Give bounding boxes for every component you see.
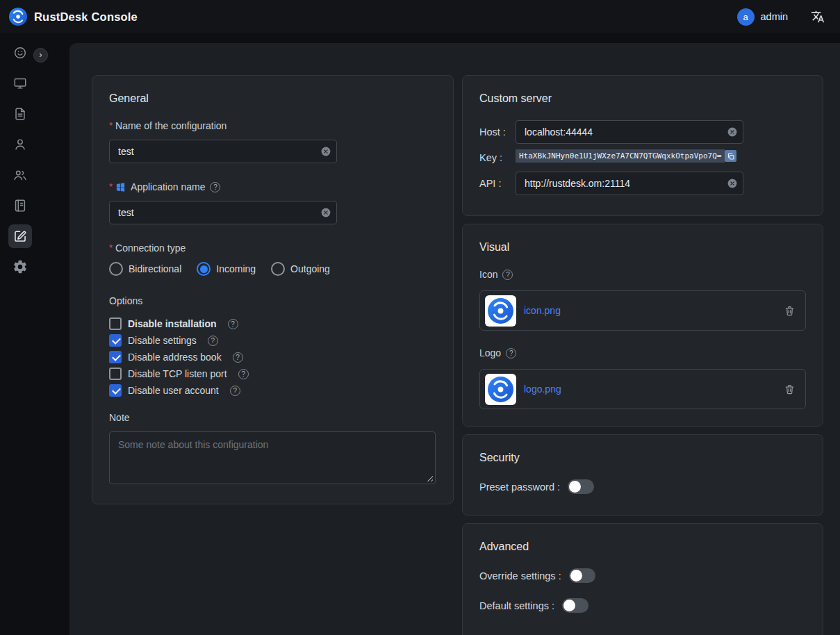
windows-icon	[115, 182, 126, 192]
delete-icon[interactable]	[784, 305, 796, 317]
api-field	[516, 172, 743, 195]
checkbox-disable-installation[interactable]: Disable installation ?	[109, 318, 436, 330]
override-settings-label: Override settings :	[479, 570, 561, 582]
host-label: Host :	[479, 126, 516, 138]
radio-incoming[interactable]: Incoming	[197, 262, 256, 276]
checkbox-disable-tcp-listen-port[interactable]: Disable TCP listen port ?	[109, 368, 436, 380]
checkbox-label: Disable TCP listen port	[128, 368, 227, 379]
groups-icon	[13, 167, 28, 183]
note-label: Note	[109, 412, 436, 423]
sidebar-item-devices[interactable]	[8, 72, 32, 95]
checkbox-icon	[109, 351, 122, 363]
checkbox-disable-user-account[interactable]: Disable user account ?	[109, 384, 436, 397]
help-icon[interactable]: ?	[506, 348, 516, 358]
radio-label: Outgoing	[290, 263, 330, 274]
checkbox-disable-address-book[interactable]: Disable address book ?	[109, 351, 436, 363]
radio-outgoing[interactable]: Outgoing	[271, 262, 330, 276]
preset-password-row: Preset password :	[479, 479, 806, 494]
checkbox-label: Disable installation	[128, 318, 217, 329]
chevron-right-icon: ›	[39, 50, 42, 59]
connection-type-label: Connection type	[115, 242, 186, 254]
logo-file-box: logo.png	[479, 369, 806, 409]
sidebar-item-users[interactable]	[8, 133, 32, 156]
app-title: RustDesk Console	[34, 10, 138, 24]
connection-type-label-row: * Connection type	[109, 242, 436, 254]
rustdesk-logo-icon	[9, 8, 27, 26]
app-name-label-row: * Application name ?	[109, 181, 436, 192]
settings-icon	[13, 259, 28, 274]
radio-icon	[271, 262, 285, 276]
sidebar-item-logs[interactable]	[8, 194, 32, 217]
documents-icon	[13, 106, 28, 122]
preset-password-toggle[interactable]	[568, 479, 594, 494]
username[interactable]: admin	[761, 11, 789, 22]
checkbox-icon	[109, 384, 122, 397]
radio-label: Bidirectional	[129, 263, 181, 274]
api-label: API :	[479, 178, 516, 189]
default-settings-toggle[interactable]	[562, 598, 588, 613]
checkbox-disable-settings[interactable]: Disable settings ?	[109, 334, 436, 347]
logo-label-row: Logo ?	[479, 347, 806, 358]
custom-clients-icon	[13, 229, 28, 244]
user-icon	[13, 137, 28, 152]
connection-type-group: Bidirectional Incoming Outgoing	[109, 262, 436, 276]
checkbox-icon	[109, 318, 122, 330]
avatar[interactable]: a	[737, 8, 755, 26]
sidebar-item-dashboard[interactable]	[8, 41, 32, 65]
note-textarea[interactable]	[109, 431, 436, 484]
security-card: Security Preset password :	[462, 434, 823, 516]
visual-card: Visual Icon ? icon.png	[462, 224, 823, 427]
required-asterisk: *	[109, 120, 113, 131]
host-row: Host :	[479, 120, 806, 144]
checkbox-label: Disable user account	[128, 385, 219, 396]
clear-icon[interactable]	[320, 146, 331, 157]
help-icon[interactable]: ?	[230, 386, 240, 396]
advanced-title: Advanced	[479, 541, 806, 553]
help-icon[interactable]: ?	[210, 182, 220, 192]
api-input[interactable]	[516, 172, 743, 195]
sidebar-item-groups[interactable]	[8, 163, 32, 187]
general-card: General * Name of the configuration * Ap…	[92, 75, 454, 504]
clear-icon[interactable]	[727, 178, 738, 189]
radio-label: Incoming	[216, 263, 256, 274]
api-row: API :	[479, 172, 806, 195]
copy-icon[interactable]	[725, 150, 736, 162]
radio-icon	[197, 262, 211, 276]
sidebar-expand-button[interactable]: ›	[33, 48, 48, 63]
security-title: Security	[479, 452, 806, 464]
note-field	[109, 431, 436, 487]
icon-file-link[interactable]: icon.png	[524, 305, 561, 316]
general-card-title: General	[109, 92, 436, 105]
logs-icon	[13, 198, 28, 213]
delete-icon[interactable]	[784, 384, 796, 395]
devices-icon	[13, 76, 28, 91]
logo-label: Logo	[479, 347, 501, 358]
visual-title: Visual	[479, 241, 806, 254]
help-icon[interactable]: ?	[238, 369, 249, 379]
help-icon[interactable]: ?	[502, 270, 513, 280]
radio-icon	[109, 262, 123, 276]
brand: RustDesk Console	[9, 8, 138, 26]
host-input[interactable]	[516, 120, 743, 144]
help-icon[interactable]: ?	[233, 352, 243, 363]
logo-file-link[interactable]: logo.png	[524, 384, 561, 395]
advanced-card: Advanced Override settings : Default set…	[462, 523, 823, 635]
key-row: Key : HtaXBkJNHyn0e1U1jWXze7A7CN7QTGWqxk…	[479, 147, 806, 168]
config-name-label-row: * Name of the configuration	[109, 120, 436, 131]
config-name-input[interactable]	[109, 140, 337, 163]
sidebar-item-settings[interactable]	[8, 255, 32, 279]
key-label: Key :	[479, 152, 516, 163]
sidebar-item-documents[interactable]	[8, 102, 32, 126]
override-settings-toggle[interactable]	[569, 568, 595, 583]
sidebar-item-custom-clients[interactable]	[8, 224, 32, 248]
config-name-field	[109, 140, 337, 163]
help-icon[interactable]: ?	[228, 319, 238, 329]
radio-bidirectional[interactable]: Bidirectional	[109, 262, 181, 276]
clear-icon[interactable]	[320, 207, 331, 218]
required-asterisk: *	[109, 242, 113, 253]
help-icon[interactable]: ?	[208, 336, 218, 346]
translate-icon[interactable]	[811, 10, 825, 24]
clear-icon[interactable]	[727, 126, 738, 138]
app-name-input[interactable]	[109, 201, 337, 224]
default-settings-row: Default settings :	[479, 598, 806, 613]
